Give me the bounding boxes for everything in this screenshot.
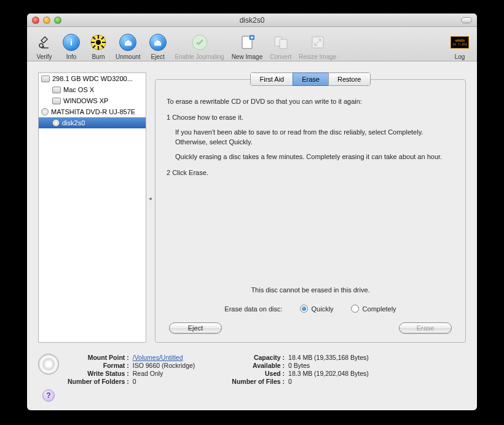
tab-erase[interactable]: Erase	[293, 72, 328, 86]
eject-action-button[interactable]: Eject	[169, 322, 222, 333]
microscope-icon	[34, 33, 54, 52]
sub1-text: If you haven't been able to save to or r…	[175, 128, 454, 147]
step1-text: 1 Choose how to erase it.	[167, 113, 454, 123]
radio-icon	[300, 305, 308, 313]
help-button[interactable]: ?	[42, 389, 55, 402]
zoom-icon[interactable]	[54, 17, 61, 24]
svg-rect-7	[280, 39, 287, 49]
log-button[interactable]: WARNIN IX 7:26I Log	[446, 28, 473, 60]
write-status-key: Write Status :	[68, 370, 129, 377]
window-controls	[27, 17, 61, 24]
capacity-key: Capacity :	[232, 354, 285, 361]
eject-label: Eject	[151, 53, 164, 60]
info-icon: i	[61, 33, 81, 52]
sidebar-item-windowsxp[interactable]: WINDOWS XP	[39, 95, 146, 106]
sidebar-item-dvd-drive[interactable]: MATSHITA DVD-R UJ-857E	[39, 106, 146, 117]
sidebar-item-hdd[interactable]: 298.1 GB WDC WD3200...	[39, 73, 146, 84]
new-image-icon	[237, 33, 257, 52]
hdd-icon	[52, 87, 61, 93]
sidebar-item-disk2s0[interactable]: disk2s0	[39, 117, 146, 128]
convert-icon	[271, 33, 291, 52]
tab-label: Restore	[337, 76, 361, 83]
hdd-icon	[52, 98, 61, 104]
tab-label: First Aid	[259, 76, 284, 83]
new-image-label: New Image	[232, 53, 263, 60]
format-value: ISO 9660 (Rockridge)	[133, 362, 195, 369]
burn-label: Burn	[92, 53, 104, 60]
erase-panel: To erase a rewritable CD or DVD so that …	[155, 79, 466, 343]
disc-icon	[52, 119, 60, 127]
titlebar: disk2s0	[27, 14, 477, 27]
toolbar-toggle-icon[interactable]	[461, 17, 472, 23]
disc-large-icon	[38, 354, 59, 375]
verify-button[interactable]: Verify	[31, 28, 58, 60]
write-status-value: Read Only	[133, 370, 195, 377]
svg-point-0	[39, 44, 43, 47]
main-pane: ◂ First Aid Erase Restore To erase a rew…	[155, 72, 466, 343]
erase-action-button: Erase	[399, 322, 452, 333]
mount-point-link[interactable]: /Volumes/Untitled	[133, 354, 195, 361]
close-icon[interactable]	[32, 17, 39, 24]
eject-icon: ⏏	[148, 33, 168, 52]
eject-button[interactable]: ⏏ Eject	[144, 28, 171, 60]
log-label: Log	[455, 53, 465, 60]
warning-text: This disc cannot be erased in this drive…	[167, 286, 454, 294]
files-key: Number of Files :	[232, 378, 285, 385]
unmount-label: Unmount	[116, 53, 141, 60]
folders-value: 0	[133, 378, 195, 385]
convert-button: Convert	[266, 28, 295, 60]
step2-text: 2 Click Erase.	[167, 168, 454, 178]
used-value: 18.3 MB (19,202,048 Bytes)	[288, 370, 369, 377]
instructions-text: To erase a rewritable CD or DVD so that …	[167, 97, 454, 178]
radio-quickly[interactable]: Quickly	[300, 305, 334, 313]
format-key: Format :	[68, 362, 129, 369]
toolbar: Verify i Info Burn ⏏ Unmount ⏏ Eject Ena…	[27, 27, 477, 61]
tab-first-aid[interactable]: First Aid	[250, 72, 293, 86]
sidebar-item-macosx[interactable]: Mac OS X	[39, 84, 146, 95]
verify-label: Verify	[36, 53, 52, 60]
convert-label: Convert	[270, 53, 291, 60]
svg-point-2	[96, 40, 101, 45]
available-value: 0 Bytes	[288, 362, 369, 369]
radio-completely[interactable]: Completely	[351, 305, 396, 313]
resize-icon	[308, 33, 328, 52]
unmount-button[interactable]: ⏏ Unmount	[112, 28, 144, 60]
log-icon: WARNIN IX 7:26I	[450, 33, 470, 52]
burn-button[interactable]: Burn	[85, 28, 112, 60]
capacity-value: 18.4 MB (19,335,168 Bytes)	[288, 354, 369, 361]
resize-image-button: Resize Image	[295, 28, 340, 60]
mount-point-key: Mount Point :	[68, 354, 129, 361]
new-image-button[interactable]: New Image	[228, 28, 267, 60]
folders-key: Number of Folders :	[68, 378, 129, 385]
unmount-icon: ⏏	[118, 33, 138, 52]
radio-label: Quickly	[312, 305, 334, 313]
sidebar-item-label: disk2s0	[62, 119, 85, 127]
enable-journaling-label: Enable Journaling	[175, 53, 224, 60]
hdd-icon	[41, 76, 50, 82]
radio-icon	[351, 305, 359, 313]
files-value: 0	[288, 378, 369, 385]
erase-mode-label: Erase data on disc:	[224, 305, 282, 313]
minimize-icon[interactable]	[43, 17, 50, 24]
collapse-handle-icon[interactable]: ◂	[149, 195, 152, 201]
info-button[interactable]: i Info	[58, 28, 85, 60]
radio-label: Completely	[363, 305, 396, 313]
disk-utility-window: disk2s0 Verify i Info Burn ⏏ Unmount ⏏ E…	[27, 14, 477, 410]
sub2-text: Quickly erasing a disc takes a few minut…	[175, 152, 454, 162]
sidebar-item-label: WINDOWS XP	[63, 97, 108, 104]
tab-label: Erase	[302, 76, 320, 83]
sidebar-item-label: 298.1 GB WDC WD3200...	[52, 75, 133, 82]
tab-restore[interactable]: Restore	[328, 72, 371, 86]
optical-drive-icon	[41, 108, 49, 115]
sidebar-item-label: MATSHITA DVD-R UJ-857E	[51, 108, 135, 115]
burn-icon	[89, 33, 108, 52]
sidebar-item-label: Mac OS X	[63, 86, 94, 93]
info-grid: Mount Point : /Volumes/Untitled Format :…	[68, 354, 369, 385]
tab-bar: First Aid Erase Restore	[155, 72, 466, 86]
intro-text: To erase a rewritable CD or DVD so that …	[167, 97, 454, 107]
info-label: Info	[66, 53, 77, 60]
disk-sidebar[interactable]: 298.1 GB WDC WD3200... Mac OS X WINDOWS …	[38, 72, 146, 343]
window-title: disk2s0	[27, 16, 477, 25]
button-row: Eject Erase	[167, 322, 454, 333]
used-key: Used :	[232, 370, 285, 377]
